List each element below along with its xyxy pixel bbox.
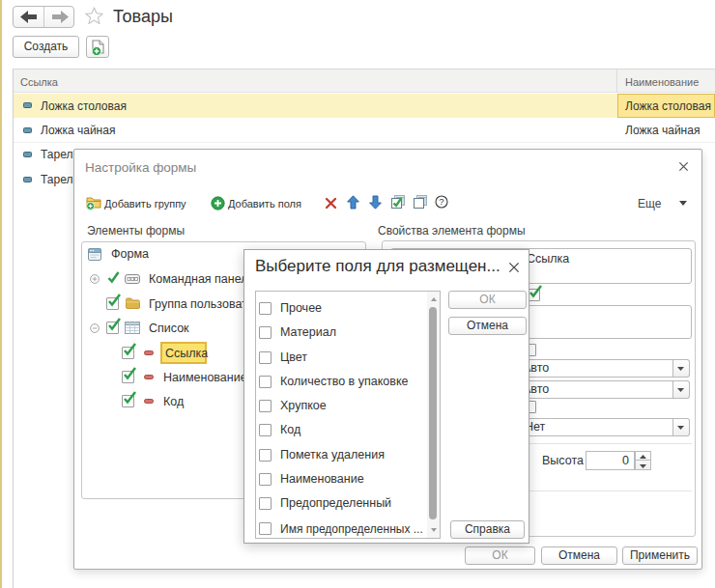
svg-text:?: ?: [439, 196, 443, 207]
